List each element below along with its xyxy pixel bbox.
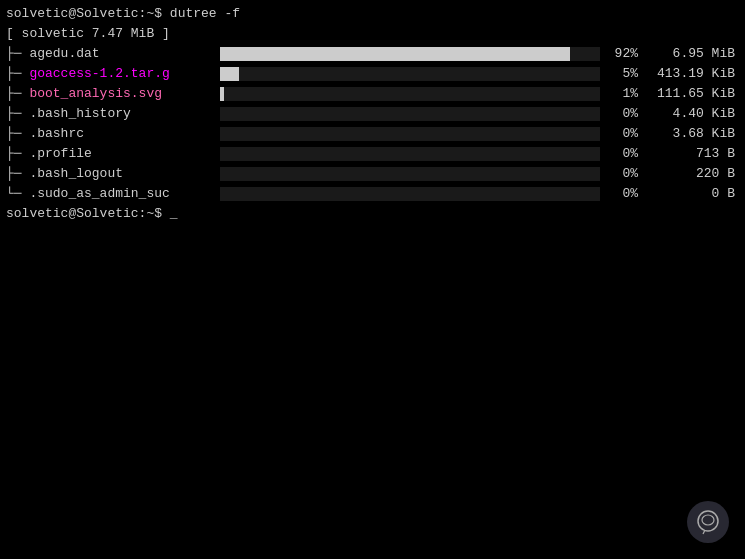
header-text: [ solvetic 7.47 MiB ] bbox=[6, 24, 170, 44]
svg-point-1 bbox=[702, 515, 714, 525]
tree-prefix: ├─ bbox=[6, 84, 29, 104]
tree-prefix: ├─ bbox=[6, 64, 29, 84]
watermark-icon bbox=[687, 501, 729, 543]
tree-prefix: ├─ bbox=[6, 124, 29, 144]
table-row: ├─ .profile0%713 B bbox=[6, 144, 739, 164]
stat-percent: 5% bbox=[600, 64, 642, 84]
table-row: ├─ boot_analysis.svg1%111.65 KiB bbox=[6, 84, 739, 104]
stat-percent: 0% bbox=[600, 144, 642, 164]
final-prompt-line: solvetic@Solvetic:~$ _ bbox=[6, 204, 739, 224]
file-name: .sudo_as_admin_suc bbox=[29, 184, 169, 204]
prompt-text: solvetic@Solvetic:~$ bbox=[6, 4, 162, 24]
stat-size: 220 B bbox=[642, 164, 737, 184]
table-row: ├─ agedu.dat92%6.95 MiB bbox=[6, 44, 739, 64]
stat-percent: 0% bbox=[600, 104, 642, 124]
stat-size: 111.65 KiB bbox=[642, 84, 737, 104]
svg-point-0 bbox=[698, 511, 718, 531]
file-name-cell: ├─ agedu.dat bbox=[6, 44, 216, 64]
stat-percent: 0% bbox=[600, 164, 642, 184]
file-name-cell: ├─ .bashrc bbox=[6, 124, 216, 144]
header-line: [ solvetic 7.47 MiB ] bbox=[6, 24, 739, 44]
file-name-cell: ├─ .bash_logout bbox=[6, 164, 216, 184]
file-name-cell: ├─ boot_analysis.svg bbox=[6, 84, 216, 104]
progress-bar-fill bbox=[220, 67, 239, 81]
tree-prefix: ├─ bbox=[6, 164, 29, 184]
progress-bar bbox=[220, 67, 600, 81]
stat-size: 713 B bbox=[642, 144, 737, 164]
file-name-cell: ├─ goaccess-1.2.tar.g bbox=[6, 64, 216, 84]
table-row: └─ .sudo_as_admin_suc0%0 B bbox=[6, 184, 739, 204]
terminal-window: solvetic@Solvetic:~$ dutree -f [ solveti… bbox=[0, 0, 745, 559]
file-name: .profile bbox=[29, 144, 91, 164]
command-line: solvetic@Solvetic:~$ dutree -f bbox=[6, 4, 739, 24]
stat-size: 413.19 KiB bbox=[642, 64, 737, 84]
file-name-cell: ├─ .bash_history bbox=[6, 104, 216, 124]
file-name-cell: └─ .sudo_as_admin_suc bbox=[6, 184, 216, 204]
file-list: ├─ agedu.dat92%6.95 MiB├─ goaccess-1.2.t… bbox=[6, 44, 739, 204]
stat-size: 6.95 MiB bbox=[642, 44, 737, 64]
final-prompt-text: solvetic@Solvetic:~$ _ bbox=[6, 204, 178, 224]
progress-bar-fill bbox=[220, 87, 224, 101]
stat-percent: 92% bbox=[600, 44, 642, 64]
progress-bar bbox=[220, 167, 600, 181]
progress-bar-fill bbox=[220, 47, 570, 61]
file-name: .bash_logout bbox=[29, 164, 123, 184]
tree-prefix: ├─ bbox=[6, 44, 29, 64]
stat-size: 4.40 KiB bbox=[642, 104, 737, 124]
table-row: ├─ .bash_history0%4.40 KiB bbox=[6, 104, 739, 124]
stat-size: 3.68 KiB bbox=[642, 124, 737, 144]
tree-prefix: ├─ bbox=[6, 144, 29, 164]
stat-size: 0 B bbox=[642, 184, 737, 204]
tree-prefix: ├─ bbox=[6, 104, 29, 124]
file-name: goaccess-1.2.tar.g bbox=[29, 64, 169, 84]
progress-bar bbox=[220, 147, 600, 161]
progress-bar bbox=[220, 107, 600, 121]
table-row: ├─ goaccess-1.2.tar.g5%413.19 KiB bbox=[6, 64, 739, 84]
tree-prefix: └─ bbox=[6, 184, 29, 204]
progress-bar bbox=[220, 127, 600, 141]
stat-percent: 1% bbox=[600, 84, 642, 104]
command-text: dutree -f bbox=[162, 4, 240, 24]
file-name: .bash_history bbox=[29, 104, 130, 124]
table-row: ├─ .bashrc0%3.68 KiB bbox=[6, 124, 739, 144]
progress-bar bbox=[220, 47, 600, 61]
table-row: ├─ .bash_logout0%220 B bbox=[6, 164, 739, 184]
file-name-cell: ├─ .profile bbox=[6, 144, 216, 164]
file-name: .bashrc bbox=[29, 124, 84, 144]
progress-bar bbox=[220, 187, 600, 201]
file-name: boot_analysis.svg bbox=[29, 84, 162, 104]
stat-percent: 0% bbox=[600, 124, 642, 144]
file-name: agedu.dat bbox=[29, 44, 99, 64]
stat-percent: 0% bbox=[600, 184, 642, 204]
progress-bar bbox=[220, 87, 600, 101]
